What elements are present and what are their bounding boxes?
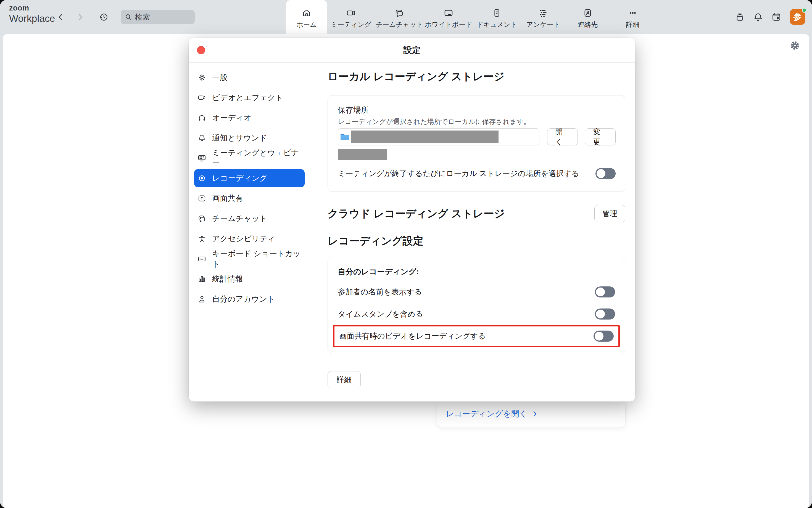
ellipsis-icon bbox=[628, 8, 637, 18]
recording-settings-card: 自分のレコーディング: 参加者の名前を表示する タイムスタンプを含める 画面共有… bbox=[327, 257, 625, 354]
tab-label: ミーティング bbox=[331, 20, 372, 29]
tab-home[interactable]: ホーム bbox=[286, 0, 327, 34]
main-content-area: レコーディングを開く 設定 一般 ビデオとエフェクト bbox=[3, 34, 809, 508]
chat-bubbles-icon bbox=[395, 8, 404, 18]
tab-label: 連絡先 bbox=[578, 20, 598, 29]
sidebar-item-label: 一般 bbox=[212, 72, 228, 83]
sidebar-item-accessibility[interactable]: アクセシビリティ bbox=[194, 229, 305, 248]
headphones-icon bbox=[198, 114, 206, 122]
settings-dialog: 設定 一般 ビデオとエフェクト オーディオ bbox=[189, 38, 635, 401]
bell-icon[interactable] bbox=[753, 12, 763, 22]
save-location-label: 保存場所 bbox=[338, 105, 616, 115]
tab-label: 詳細 bbox=[626, 20, 640, 29]
cloud-recording-storage-heading: クラウド レコーディング ストレージ bbox=[327, 208, 505, 220]
search-icon bbox=[124, 13, 132, 21]
recordings-shortcut-card: レコーディングを開く bbox=[437, 401, 626, 427]
include-timestamp-row: タイムスタンプを含める bbox=[338, 303, 615, 325]
avatar[interactable]: 参 bbox=[789, 9, 805, 25]
sidebar-item-label: 自分のアカウント bbox=[212, 294, 275, 304]
record-video-during-screen-share-toggle[interactable] bbox=[593, 331, 614, 342]
sidebar-item-label: アクセシビリティ bbox=[212, 234, 275, 244]
survey-list-icon bbox=[539, 8, 548, 18]
tab-more[interactable]: 詳細 bbox=[610, 0, 656, 34]
accessibility-icon bbox=[198, 235, 206, 243]
tab-label: チームチャット bbox=[376, 20, 423, 29]
sidebar-item-meetings-webinars[interactable]: ミーティングとウェビナー bbox=[194, 149, 305, 167]
zoom-workplace-logo: zoom Workplace bbox=[9, 4, 55, 23]
sidebar-item-team-chat[interactable]: チームチャット bbox=[194, 209, 305, 228]
open-button[interactable]: 開く bbox=[547, 128, 578, 145]
sidebar-item-statistics[interactable]: 統計情報 bbox=[194, 270, 305, 288]
tab-whiteboard[interactable]: ホワイトボード bbox=[424, 0, 473, 34]
my-recordings-group-label: 自分のレコーディング: bbox=[338, 266, 615, 277]
toolbar-right-icons: 参 bbox=[735, 0, 805, 34]
sidebar-item-label: 統計情報 bbox=[212, 274, 243, 284]
sidebar-item-label: ミーティングとウェビナー bbox=[212, 147, 305, 169]
tab-surveys[interactable]: アンケート bbox=[521, 0, 566, 34]
forward-chevron-icon[interactable] bbox=[75, 11, 86, 23]
back-chevron-icon[interactable] bbox=[55, 11, 66, 23]
whiteboard-icon bbox=[444, 8, 453, 18]
sidebar-item-general[interactable]: 一般 bbox=[194, 69, 305, 87]
show-participant-names-toggle[interactable] bbox=[595, 287, 615, 297]
sidebar-item-my-account[interactable]: 自分のアカウント bbox=[194, 290, 305, 308]
history-icon[interactable] bbox=[99, 0, 109, 34]
redacted-storage-info bbox=[338, 149, 387, 160]
sidebar-item-label: オーディオ bbox=[212, 113, 252, 123]
avatar-initial: 参 bbox=[794, 11, 802, 23]
sidebar-item-recording[interactable]: レコーディング bbox=[194, 169, 305, 187]
top-toolbar: zoom Workplace 検索 ホーム bbox=[0, 0, 812, 34]
sidebar-item-label: ビデオとエフェクト bbox=[212, 92, 283, 103]
change-button[interactable]: 変更 bbox=[585, 128, 616, 145]
toggle-knob bbox=[595, 332, 604, 340]
toggle-knob bbox=[596, 169, 606, 178]
details-button[interactable]: 詳細 bbox=[327, 371, 361, 388]
close-red-dot[interactable] bbox=[197, 46, 205, 54]
gear-icon bbox=[198, 73, 206, 82]
sidebar-item-share-screen[interactable]: 画面共有 bbox=[194, 189, 305, 208]
manage-button[interactable]: 管理 bbox=[594, 205, 625, 222]
zoom-workplace-window: zoom Workplace 検索 ホーム bbox=[0, 0, 812, 508]
sidebar-item-label: レコーディング bbox=[212, 173, 267, 183]
search-input[interactable]: 検索 bbox=[121, 10, 195, 24]
toggle-label: タイムスタンプを含める bbox=[338, 309, 423, 319]
recording-settings-heading: レコーディング設定 bbox=[327, 235, 625, 247]
gear-icon[interactable] bbox=[789, 40, 800, 51]
search-placeholder: 検索 bbox=[135, 12, 150, 22]
presence-dot bbox=[802, 8, 807, 13]
sidebar-item-notifications[interactable]: 通知とサウンド bbox=[194, 129, 305, 147]
document-icon bbox=[492, 8, 502, 18]
include-timestamp-toggle[interactable] bbox=[595, 308, 615, 320]
tab-label: アンケート bbox=[527, 20, 560, 29]
local-storage-card: 保存場所 レコーディングが選択された場所でローカルに保存されます。 bbox=[327, 95, 625, 192]
toggle-knob bbox=[596, 309, 605, 319]
settings-sidebar: 一般 ビデオとエフェクト オーディオ 通知とサウンド bbox=[189, 62, 314, 401]
sidebar-item-audio[interactable]: オーディオ bbox=[194, 109, 305, 127]
sidebar-item-label: キーボード ショートカット bbox=[212, 248, 305, 269]
tab-contacts[interactable]: 連絡先 bbox=[566, 0, 609, 34]
toggle-knob bbox=[596, 288, 605, 296]
sidebar-item-video-effects[interactable]: ビデオとエフェクト bbox=[194, 89, 305, 107]
bar-chart-icon bbox=[198, 275, 206, 283]
open-recordings-link[interactable]: レコーディングを開く bbox=[446, 409, 538, 419]
cloud-recording-storage-row: クラウド レコーディング ストレージ 管理 bbox=[327, 205, 625, 222]
tab-docs[interactable]: ドキュメント bbox=[473, 0, 520, 34]
choose-location-toggle-row: ミーティングが終了するたびにローカル ストレージの場所を選択する bbox=[338, 165, 616, 182]
tab-team-chat[interactable]: チームチャット bbox=[375, 0, 424, 34]
chevron-right-icon bbox=[532, 410, 538, 418]
settings-dialog-header: 設定 bbox=[189, 38, 635, 62]
settings-main-panel: ローカル レコーディング ストレージ 保存場所 レコーディングが選択された場所で… bbox=[314, 62, 635, 401]
cast-device-icon[interactable] bbox=[735, 12, 745, 22]
settings-dialog-title: 設定 bbox=[403, 44, 421, 56]
history-nav bbox=[55, 0, 86, 34]
sidebar-item-label: 画面共有 bbox=[212, 193, 243, 204]
calendar-icon[interactable] bbox=[771, 12, 781, 22]
monitor-grid-icon bbox=[198, 154, 206, 162]
sidebar-item-keyboard-shortcuts[interactable]: キーボード ショートカット bbox=[194, 250, 305, 268]
logo-workplace-text: Workplace bbox=[9, 13, 55, 23]
folder-icon bbox=[340, 132, 350, 141]
person-icon bbox=[198, 295, 206, 303]
sidebar-item-label: 通知とサウンド bbox=[212, 133, 267, 143]
tab-meetings[interactable]: ミーティング bbox=[327, 0, 375, 34]
choose-location-toggle[interactable] bbox=[595, 168, 616, 179]
